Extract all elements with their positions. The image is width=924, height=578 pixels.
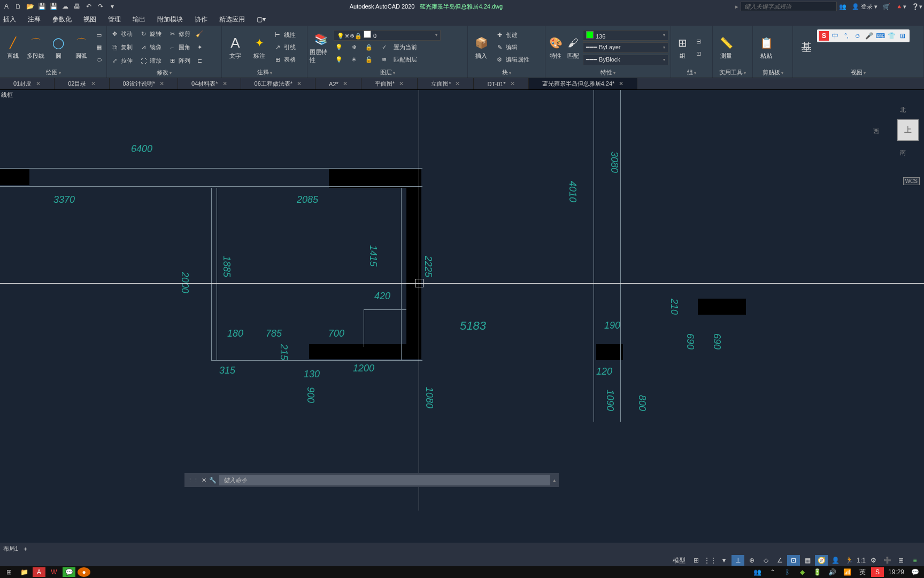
close-icon[interactable]: ✕	[222, 80, 227, 87]
ime-emoji-icon[interactable]: ☺	[853, 31, 863, 41]
close-icon[interactable]: ✕	[343, 80, 348, 87]
new-icon[interactable]: 🗋	[13, 2, 23, 11]
ime-voice-icon[interactable]: 🎤	[864, 31, 874, 41]
login-button[interactable]: 👤 登录 ▾	[852, 3, 877, 11]
ime-toolbar[interactable]: S 中 °, ☺ 🎤 ⌨ 👕 ⊞	[817, 29, 910, 42]
doc-tab-active[interactable]: 蓝光雍景半岛但总雅居4.24*✕	[529, 78, 638, 89]
layout-tab[interactable]: 布局1	[3, 545, 18, 553]
explorer-icon[interactable]: 📁	[18, 567, 30, 577]
panel-annotate-title[interactable]: 注释	[224, 67, 305, 78]
polar-icon[interactable]: ⊕	[745, 555, 758, 566]
tab-parametric[interactable]: 参数化	[52, 15, 72, 24]
layer-lock-icon[interactable]: 🔒	[364, 42, 374, 53]
arc-button[interactable]: ⌒圆弧	[71, 27, 92, 67]
taskview-icon[interactable]: ⊞	[3, 567, 16, 577]
matchprops-button[interactable]: 🖌匹配	[565, 27, 581, 67]
tab-insert[interactable]: 插入	[3, 15, 16, 24]
battery-icon[interactable]: 🔋	[811, 567, 824, 577]
help-icon[interactable]: ❔▾	[912, 3, 922, 10]
block-attr-icon[interactable]: ⚙	[494, 55, 505, 65]
rect-icon[interactable]: ▭	[94, 30, 104, 41]
linetype-dropdown[interactable]: ━━━ ByBlock▾	[583, 55, 668, 65]
layer-thaw-icon[interactable]: ☀	[349, 55, 359, 65]
cmd-handle-icon[interactable]: ⋮⋮	[187, 477, 199, 484]
viewcube-north[interactable]: 北	[900, 106, 906, 114]
ungroup-icon[interactable]: ⊟	[693, 36, 704, 47]
panel-props-title[interactable]: 特性	[548, 67, 668, 78]
tab-view[interactable]: 视图	[83, 15, 96, 24]
otrack-icon[interactable]: ⊡	[787, 555, 800, 566]
copy-icon[interactable]: ⿻	[109, 42, 120, 53]
doc-tab[interactable]: A2*✕	[315, 78, 361, 89]
block-create-icon[interactable]: ✚	[494, 30, 505, 41]
props-button[interactable]: 🎨特性	[548, 27, 564, 67]
layer-match-icon[interactable]: ≋	[379, 55, 389, 65]
max-icon[interactable]: ➕	[881, 555, 894, 566]
close-icon[interactable]: ✕	[399, 80, 404, 87]
tab-manage[interactable]: 管理	[108, 15, 121, 24]
viewcube-west[interactable]: 西	[873, 127, 879, 135]
viewcube[interactable]: 北 西 上 南	[871, 106, 919, 154]
save-icon[interactable]: 💾	[37, 2, 47, 11]
lwt-icon[interactable]: ▦	[801, 555, 814, 566]
ortho-icon[interactable]: ⊥	[732, 555, 744, 566]
move-icon[interactable]: ✥	[109, 29, 120, 40]
infer-icon[interactable]: ▾	[718, 555, 730, 566]
paste-button[interactable]: 📋粘贴	[755, 27, 777, 67]
layer-props-button[interactable]: 📚图层特性	[310, 27, 332, 67]
tray-up-icon[interactable]: ⌃	[766, 567, 779, 577]
autocad-taskbar-icon[interactable]: A	[33, 567, 45, 577]
layer-off-icon[interactable]: 💡	[334, 42, 344, 53]
polyline-button[interactable]: ⌒多段线	[25, 27, 47, 67]
doc-tab[interactable]: 01封皮✕	[0, 78, 55, 89]
ime-punct-icon[interactable]: °,	[842, 31, 851, 41]
snap-icon[interactable]: ⋮⋮	[704, 555, 717, 566]
circle-button[interactable]: ◯圆	[48, 27, 70, 67]
array-icon[interactable]: ⊞	[167, 56, 178, 66]
cmd-customize-icon[interactable]: 🔧	[209, 477, 217, 484]
insert-button[interactable]: 📦插入	[470, 27, 492, 67]
ime-lang[interactable]: 英	[856, 567, 869, 577]
doc-tab[interactable]: 平面图*✕	[361, 78, 418, 89]
trim-icon[interactable]: ✂	[167, 29, 178, 40]
tab-featured[interactable]: 精选应用	[219, 15, 245, 24]
explode-icon[interactable]: ✦	[194, 42, 205, 53]
table-icon[interactable]: ⊞	[272, 55, 283, 65]
panel-group-title[interactable]: 组	[673, 67, 710, 78]
panel-modify-title[interactable]: 修改	[109, 67, 219, 78]
doc-tab[interactable]: DT-01*✕	[474, 78, 528, 89]
doc-tab[interactable]: 03设计说明*✕	[110, 78, 179, 89]
search-chevron-icon[interactable]: ▸	[735, 3, 738, 10]
wifi-icon[interactable]: 📶	[841, 567, 854, 577]
volume-icon[interactable]: 🔊	[826, 567, 839, 577]
osnap-icon[interactable]: ∠	[773, 555, 786, 566]
sc-icon[interactable]: 🏃	[843, 555, 856, 566]
grid-icon[interactable]: ⊞	[690, 555, 703, 566]
wechat-icon[interactable]: 💬	[63, 567, 75, 577]
drawing-canvas[interactable]: 线框 6400 3370 2085 2000 1885 1415 2225 42…	[0, 90, 924, 511]
cart-icon[interactable]: 🛒	[883, 3, 890, 10]
close-icon[interactable]: ✕	[510, 80, 515, 87]
group-button[interactable]: ⊞组	[673, 27, 691, 67]
mirror-icon[interactable]: ⊿	[138, 42, 149, 53]
qat-dropdown-icon[interactable]: ▾	[107, 2, 117, 11]
visual-style-label[interactable]: 线框	[1, 91, 13, 99]
search-input[interactable]	[741, 2, 837, 11]
close-icon[interactable]: ✕	[159, 80, 164, 87]
web-save-icon[interactable]: ☁	[60, 2, 70, 11]
layer-dropdown[interactable]: 💡☀❄🔒 0▾	[334, 30, 441, 41]
app-icon[interactable]: ●	[78, 567, 90, 577]
doc-tab[interactable]: 立面图*✕	[418, 78, 474, 89]
people-icon[interactable]: 👥	[751, 567, 764, 577]
model-button[interactable]: 模型	[669, 555, 689, 566]
color-dropdown[interactable]: 136▾	[583, 30, 668, 41]
tab-annotate[interactable]: 注释	[28, 15, 41, 24]
ime-keyboard-icon[interactable]: ⌨	[875, 31, 885, 41]
erase-icon[interactable]: 🧹	[194, 29, 205, 40]
clean-icon[interactable]: ⊞	[895, 555, 907, 566]
add-layout-icon[interactable]: ＋	[22, 545, 28, 553]
undo-icon[interactable]: ↶	[84, 2, 94, 11]
command-input[interactable]	[219, 475, 550, 485]
stretch-icon[interactable]: ⤢	[109, 56, 120, 66]
doc-tab[interactable]: 02目录✕	[55, 78, 109, 89]
